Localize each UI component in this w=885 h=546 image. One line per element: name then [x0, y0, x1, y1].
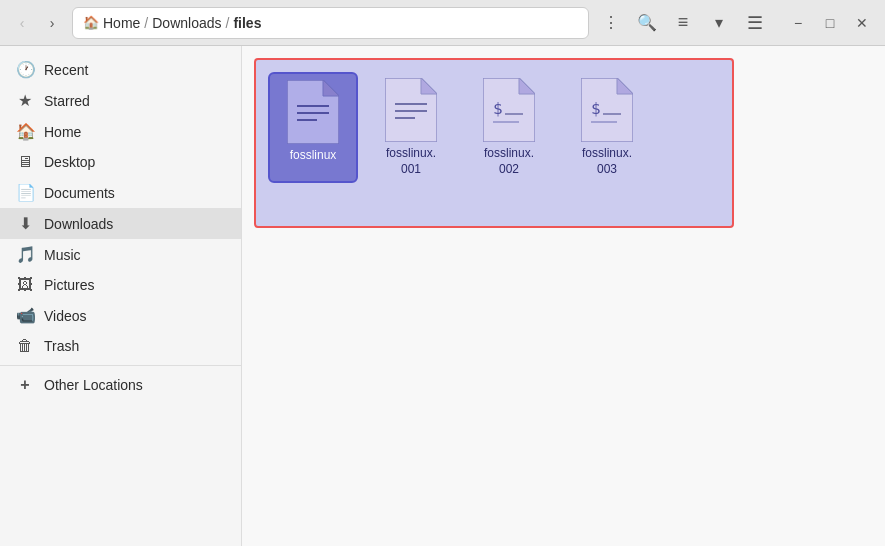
breadcrumb-current: files — [233, 15, 261, 31]
breadcrumb: 🏠 Home / Downloads / files — [72, 7, 589, 39]
file-label-fosslinux001: fosslinux.001 — [386, 146, 436, 177]
file-item-fosslinux002[interactable]: $ fosslinux.002 — [464, 72, 554, 183]
file-icon-fosslinux001 — [385, 78, 437, 142]
hamburger-icon: ☰ — [747, 12, 763, 34]
sidebar-label-trash: Trash — [44, 338, 79, 354]
view-toggle-button[interactable]: ▾ — [703, 7, 735, 39]
maximize-icon: □ — [826, 15, 834, 31]
file-item-fosslinux[interactable]: fosslinux — [268, 72, 358, 183]
svg-text:$: $ — [493, 99, 503, 118]
search-button[interactable]: 🔍 — [631, 7, 663, 39]
sidebar-label-starred: Starred — [44, 93, 90, 109]
hamburger-button[interactable]: ☰ — [739, 7, 771, 39]
minimize-icon: − — [794, 15, 802, 31]
chevron-down-icon: ▾ — [715, 13, 723, 32]
home-icon: 🏠 — [83, 15, 99, 30]
breadcrumb-downloads[interactable]: Downloads — [152, 15, 221, 31]
svg-text:$: $ — [591, 99, 601, 118]
sidebar-label-documents: Documents — [44, 185, 115, 201]
minimize-button[interactable]: − — [783, 8, 813, 38]
pictures-icon: 🖼 — [16, 276, 34, 294]
menu-dots-icon: ⋮ — [603, 13, 619, 32]
sidebar-item-music[interactable]: 🎵 Music — [0, 239, 241, 270]
view-list-icon: ≡ — [678, 12, 689, 33]
file-icon-fosslinux002: $ — [483, 78, 535, 142]
back-icon: ‹ — [20, 15, 25, 31]
svg-marker-6 — [421, 78, 437, 94]
sidebar-label-desktop: Desktop — [44, 154, 95, 170]
trash-icon: 🗑 — [16, 337, 34, 355]
sidebar-label-other-locations: Other Locations — [44, 377, 143, 393]
plus-icon: + — [16, 376, 34, 394]
sidebar-item-desktop[interactable]: 🖥 Desktop — [0, 147, 241, 177]
sidebar-item-other-locations[interactable]: + Other Locations — [0, 370, 241, 400]
breadcrumb-home[interactable]: Home — [103, 15, 140, 31]
selection-area[interactable]: fosslinux fosslinux.001 — [254, 58, 734, 228]
file-label-fosslinux002: fosslinux.002 — [484, 146, 534, 177]
breadcrumb-sep2: / — [226, 15, 230, 31]
file-item-fosslinux003[interactable]: $ fosslinux.003 — [562, 72, 652, 183]
sidebar-item-downloads[interactable]: ⬇ Downloads — [0, 208, 241, 239]
maximize-button[interactable]: □ — [815, 8, 845, 38]
star-icon: ★ — [16, 91, 34, 110]
svg-marker-1 — [323, 80, 339, 96]
search-icon: 🔍 — [637, 13, 657, 32]
close-icon: ✕ — [856, 15, 868, 31]
sidebar-item-documents[interactable]: 📄 Documents — [0, 177, 241, 208]
breadcrumb-sep1: / — [144, 15, 148, 31]
sidebar-label-videos: Videos — [44, 308, 87, 324]
file-icon-fosslinux003: $ — [581, 78, 633, 142]
documents-icon: 📄 — [16, 183, 34, 202]
menu-dots-button[interactable]: ⋮ — [595, 7, 627, 39]
close-button[interactable]: ✕ — [847, 8, 877, 38]
nav-buttons: ‹ › — [8, 9, 66, 37]
sidebar-item-starred[interactable]: ★ Starred — [0, 85, 241, 116]
sidebar-divider — [0, 365, 241, 366]
svg-marker-11 — [519, 78, 535, 94]
home-sidebar-icon: 🏠 — [16, 122, 34, 141]
sidebar-item-pictures[interactable]: 🖼 Pictures — [0, 270, 241, 300]
sidebar-item-videos[interactable]: 📹 Videos — [0, 300, 241, 331]
file-item-fosslinux001[interactable]: fosslinux.001 — [366, 72, 456, 183]
view-list-button[interactable]: ≡ — [667, 7, 699, 39]
forward-icon: › — [50, 15, 55, 31]
videos-icon: 📹 — [16, 306, 34, 325]
titlebar-right: ⋮ 🔍 ≡ ▾ ☰ − □ ✕ — [595, 7, 877, 39]
sidebar-label-home: Home — [44, 124, 81, 140]
content-area[interactable]: fosslinux fosslinux.001 — [242, 46, 885, 546]
file-icon-fosslinux — [287, 80, 339, 144]
sidebar: 🕐 Recent ★ Starred 🏠 Home 🖥 Desktop 📄 Do… — [0, 46, 242, 546]
sidebar-item-home[interactable]: 🏠 Home — [0, 116, 241, 147]
svg-marker-16 — [617, 78, 633, 94]
sidebar-label-downloads: Downloads — [44, 216, 113, 232]
desktop-icon: 🖥 — [16, 153, 34, 171]
sidebar-item-trash[interactable]: 🗑 Trash — [0, 331, 241, 361]
recent-icon: 🕐 — [16, 60, 34, 79]
main-layout: 🕐 Recent ★ Starred 🏠 Home 🖥 Desktop 📄 Do… — [0, 46, 885, 546]
window-controls: − □ ✕ — [783, 8, 877, 38]
music-icon: 🎵 — [16, 245, 34, 264]
downloads-icon: ⬇ — [16, 214, 34, 233]
sidebar-label-recent: Recent — [44, 62, 88, 78]
file-label-fosslinux003: fosslinux.003 — [582, 146, 632, 177]
titlebar: ‹ › 🏠 Home / Downloads / files ⋮ 🔍 ≡ ▾ ☰ — [0, 0, 885, 46]
forward-button[interactable]: › — [38, 9, 66, 37]
sidebar-label-pictures: Pictures — [44, 277, 95, 293]
sidebar-label-music: Music — [44, 247, 81, 263]
sidebar-item-recent[interactable]: 🕐 Recent — [0, 54, 241, 85]
file-label-fosslinux: fosslinux — [290, 148, 337, 164]
back-button[interactable]: ‹ — [8, 9, 36, 37]
